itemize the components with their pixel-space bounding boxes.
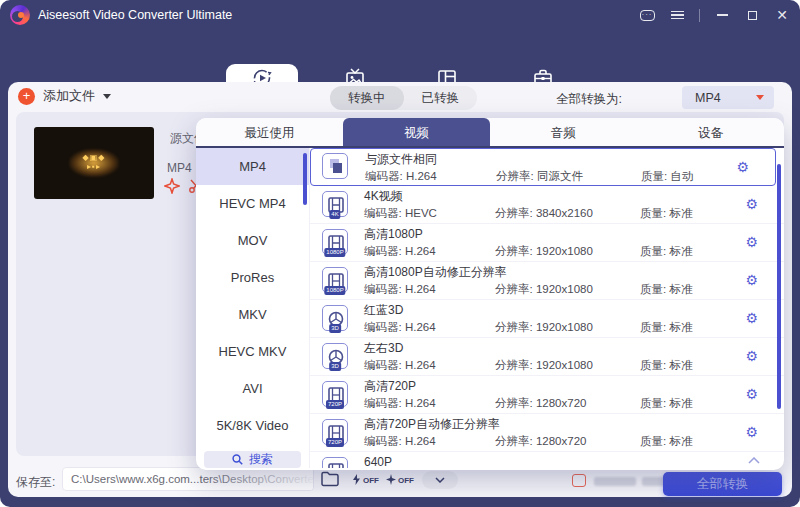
format-title: 640P xyxy=(364,455,784,468)
source-format-label: MP4 xyxy=(167,161,192,175)
settings-gear-icon[interactable]: ⚙ xyxy=(745,348,758,364)
format-row[interactable]: 4K 4K视频 编码器: HEVC 分辨率: 3840x2160 质量: 标准 … xyxy=(310,186,784,224)
tab-device[interactable]: 设备 xyxy=(637,118,784,146)
save-to-label: 保存至: xyxy=(16,474,55,491)
format-row[interactable]: 3D 左右3D 编码器: H.264 分辨率: 1920x1080 质量: 标准… xyxy=(310,338,784,376)
format-row[interactable]: 1080P 高清1080P自动修正分辨率 编码器: H.264 分辨率: 192… xyxy=(310,262,784,300)
open-folder-icon[interactable] xyxy=(320,470,340,487)
convert-state-switch: 转换中 已转换 xyxy=(330,86,477,110)
output-format-dropdown[interactable]: MP4 xyxy=(682,86,774,109)
format-category-item[interactable]: MP4 xyxy=(196,148,309,185)
resolution-badge: 720P xyxy=(326,438,344,447)
settings-gear-icon[interactable]: ⚙ xyxy=(745,196,758,212)
format-row[interactable]: 与源文件相同 编码器: H.264 分辨率: 同源文件 质量: 自动 ⚙ xyxy=(310,148,776,186)
format-category-item[interactable]: HEVC MP4 xyxy=(196,185,309,222)
format-category-item[interactable]: AVI xyxy=(196,370,309,407)
settings-gear-icon[interactable]: ⚙ xyxy=(745,424,758,440)
format-type-icon: 4K xyxy=(322,191,348,217)
settings-gear-icon[interactable]: ⚙ xyxy=(745,310,758,326)
resolution-badge: 1080P xyxy=(324,248,345,257)
same-as-source-icon xyxy=(323,154,347,178)
edit-star-icon[interactable] xyxy=(164,178,180,194)
enhance-toggle[interactable]: OFF xyxy=(352,474,379,485)
format-row[interactable]: 720P 高清720P 编码器: H.264 分辨率: 1280x720 质量:… xyxy=(310,376,784,414)
video-thumbnail[interactable]: ◆▣◆▸▪▸ xyxy=(34,127,154,199)
tab-recent[interactable]: 最近使用 xyxy=(196,118,343,146)
format-title: 高清720P xyxy=(364,379,784,394)
occluded-text xyxy=(594,477,636,486)
tab-converting[interactable]: 转换中 xyxy=(330,86,404,110)
format-info: 编码器: H.264 分辨率: 1280x720 质量: 标准 xyxy=(364,396,784,411)
app-window: Aiseesoft Video Converter Ultimate ··· ✕… xyxy=(0,0,800,507)
format-row[interactable]: 720P 高清720P自动修正分辨率 编码器: H.264 分辨率: 1280x… xyxy=(310,414,784,452)
tab-converted[interactable]: 已转换 xyxy=(404,86,478,110)
resolution-badge: 4K xyxy=(329,210,340,219)
plus-icon: + xyxy=(18,88,35,105)
format-info: 编码器: H.264 分辨率: 同源文件 质量: 自动 xyxy=(365,169,775,184)
close-icon[interactable]: ✕ xyxy=(774,7,790,23)
format-type-icon: 1080P xyxy=(322,267,348,293)
format-title: 红蓝3D xyxy=(364,303,784,318)
tab-audio[interactable]: 音频 xyxy=(490,118,637,146)
resolution-badge: 3D xyxy=(329,324,341,333)
chevron-down-icon xyxy=(435,477,445,483)
collapse-caret-icon[interactable] xyxy=(748,457,760,464)
format-type-icon xyxy=(322,457,348,468)
settings-gear-icon[interactable]: ⚙ xyxy=(736,159,749,175)
bolt-icon xyxy=(352,474,361,485)
format-title: 4K视频 xyxy=(364,189,784,204)
menu-icon[interactable] xyxy=(669,7,685,23)
format-row[interactable]: 640P 编码器: 分辨率: 质量: ⚙ xyxy=(310,452,784,468)
format-category-item[interactable]: MKV xyxy=(196,296,309,333)
settings-gear-icon[interactable]: ⚙ xyxy=(745,272,758,288)
format-category-sidebar: MP4HEVC MP4MOVProResMKVHEVC MKVAVI5K/8K … xyxy=(196,148,310,468)
window-title: Aiseesoft Video Converter Ultimate xyxy=(38,8,232,22)
merge-checkbox-icon[interactable] xyxy=(572,474,586,487)
format-type-icon xyxy=(322,153,348,179)
format-category-item[interactable]: MOV xyxy=(196,222,309,259)
sidebar-scrollbar[interactable] xyxy=(303,153,307,205)
effect-toggle[interactable]: OFF xyxy=(386,474,414,485)
maximize-icon[interactable] xyxy=(744,7,760,23)
add-files-button[interactable]: + 添加文件 xyxy=(18,87,111,105)
resolution-badge: 720P xyxy=(326,400,344,409)
format-info: 编码器: HEVC 分辨率: 3840x2160 质量: 标准 xyxy=(364,206,784,221)
convert-all-button[interactable]: 全部转换 xyxy=(663,472,782,496)
settings-gear-icon[interactable]: ⚙ xyxy=(745,386,758,402)
format-info: 编码器: H.264 分辨率: 1920x1080 质量: 标准 xyxy=(364,358,784,373)
search-label: 搜索 xyxy=(249,451,273,468)
dropdown-arrow-icon xyxy=(756,95,764,100)
search-button[interactable]: 搜索 xyxy=(204,451,301,468)
format-row[interactable]: 3D 红蓝3D 编码器: H.264 分辨率: 1920x1080 质量: 标准… xyxy=(310,300,784,338)
effect-toggle-state: OFF xyxy=(398,476,414,485)
format-title: 高清720P自动修正分辨率 xyxy=(364,417,784,432)
more-options-pill[interactable] xyxy=(422,471,458,489)
output-format-value: MP4 xyxy=(695,91,721,105)
format-title: 高清1080P自动修正分辨率 xyxy=(364,265,784,280)
format-info: 编码器: H.264 分辨率: 1920x1080 质量: 标准 xyxy=(364,320,784,335)
format-category-item[interactable]: ProRes xyxy=(196,259,309,296)
chevron-down-icon[interactable] xyxy=(103,94,111,99)
format-type-icon: 1080P xyxy=(322,229,348,255)
resolution-badge: 1080P xyxy=(324,286,345,295)
film-icon xyxy=(328,463,344,468)
nav-tabbar: 转换 短视频制作 分屏 xyxy=(0,30,800,82)
tab-video[interactable]: 视频 xyxy=(343,118,490,146)
format-info: 编码器: H.264 分辨率: 1920x1080 质量: 标准 xyxy=(364,282,784,297)
format-info: 编码器: H.264 分辨率: 1280x720 质量: 标准 xyxy=(364,434,784,449)
format-type-icon: 720P xyxy=(322,381,348,407)
format-category-item[interactable]: HEVC MKV xyxy=(196,333,309,370)
minimize-icon[interactable] xyxy=(714,7,730,23)
format-type-icon: 3D xyxy=(322,305,348,331)
format-type-icon: 720P xyxy=(322,419,348,445)
save-path-field[interactable]: C:\Users\www.x6g.com...ters\Desktop\Conv… xyxy=(62,467,314,491)
list-scrollbar[interactable] xyxy=(777,164,781,409)
format-title: 左右3D xyxy=(364,341,784,356)
format-title: 与源文件相同 xyxy=(365,152,775,167)
format-row[interactable]: 1080P 高清1080P 编码器: H.264 分辨率: 1920x1080 … xyxy=(310,224,784,262)
feedback-icon[interactable]: ··· xyxy=(639,7,655,23)
format-category-item[interactable]: 5K/8K Video xyxy=(196,407,309,444)
settings-gear-icon[interactable]: ⚙ xyxy=(745,234,758,250)
format-title: 高清1080P xyxy=(364,227,784,242)
format-panel-tabs: 最近使用 视频 音频 设备 xyxy=(196,118,784,148)
